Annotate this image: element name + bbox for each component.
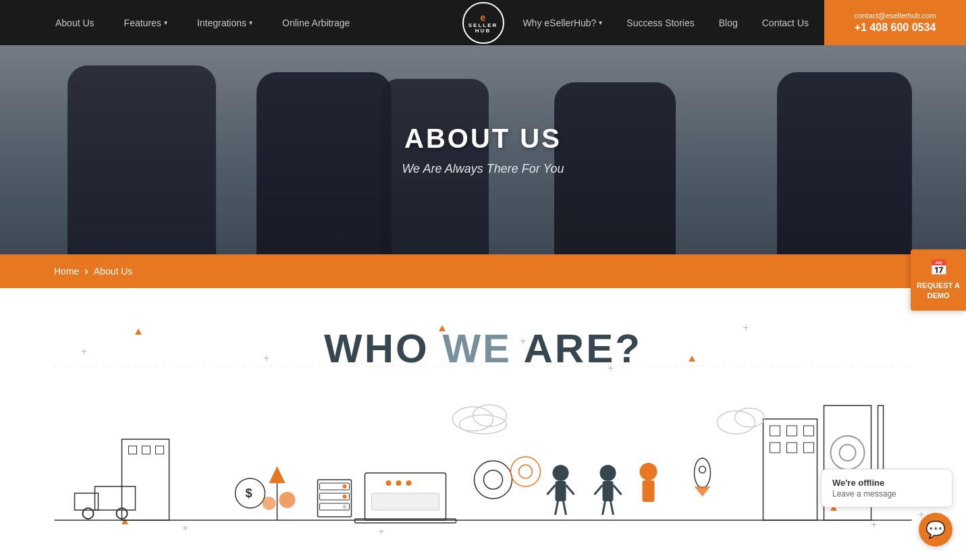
svg-point-33 [475, 461, 512, 499]
svg-rect-11 [878, 405, 884, 473]
svg-line-50 [564, 501, 566, 515]
svg-line-48 [566, 485, 574, 495]
svg-point-36 [519, 465, 533, 478]
svg-text:$: $ [246, 486, 252, 500]
navbar-logo[interactable]: e SELLER HUB [462, 2, 504, 44]
svg-line-54 [614, 485, 622, 495]
request-demo-icon: 📅 [916, 259, 961, 277]
who-we-are-section: WHO WE ARE? [0, 288, 966, 379]
nav-integrations[interactable]: Integrations ▾ [182, 0, 267, 45]
svg-point-64 [343, 495, 347, 499]
svg-point-29 [386, 480, 392, 486]
svg-rect-7 [804, 443, 814, 453]
nav-left: About Us Features ▾ Integrations ▾ Onlin… [41, 0, 365, 45]
integrations-arrow-icon: ▾ [249, 19, 252, 26]
svg-rect-16 [156, 446, 164, 454]
svg-rect-58 [643, 480, 655, 502]
svg-point-34 [484, 470, 503, 489]
nav-features[interactable]: Features ▾ [109, 0, 182, 45]
nav-right: Why eSellerHub? ▾ Success Stories Blog C… [510, 0, 821, 45]
chat-widget: We're offline Leave a message 💬 [821, 469, 952, 547]
svg-rect-14 [129, 446, 137, 454]
nav-about-us[interactable]: About Us [41, 0, 109, 45]
nav-blog[interactable]: Blog [707, 0, 750, 45]
chat-open-button[interactable]: 💬 [919, 513, 952, 547]
request-demo-label: REQUEST A DEMO [916, 281, 961, 302]
nav-success-stories[interactable]: Success Stories [614, 0, 706, 45]
logo-letter: e [481, 12, 486, 23]
svg-point-51 [600, 465, 616, 481]
svg-point-30 [396, 480, 402, 486]
svg-point-63 [343, 484, 347, 488]
svg-point-9 [831, 436, 865, 470]
svg-marker-43 [695, 486, 711, 497]
features-arrow-icon: ▾ [164, 19, 167, 26]
svg-rect-17 [95, 486, 136, 510]
svg-point-57 [640, 463, 658, 480]
svg-point-45 [553, 465, 569, 481]
svg-point-35 [511, 457, 541, 486]
svg-point-25 [279, 492, 296, 508]
who-word3: ARE? [524, 326, 642, 371]
hero-section: ABOUT US We Are Always There For You [0, 45, 966, 254]
svg-rect-59 [318, 480, 352, 517]
svg-rect-2 [770, 426, 780, 436]
svg-rect-3 [787, 426, 797, 436]
chat-leave-message: Leave a message [832, 489, 941, 499]
svg-rect-52 [603, 481, 614, 501]
breadcrumb-separator: › [84, 265, 88, 277]
svg-line-53 [595, 485, 603, 495]
chat-icon: 💬 [925, 520, 946, 539]
who-we-are-title: WHO WE ARE? [324, 326, 642, 371]
svg-rect-46 [556, 481, 566, 501]
svg-rect-1 [763, 419, 817, 520]
contact-email: contact@esellerhub.com [854, 11, 936, 20]
svg-line-56 [611, 501, 614, 515]
svg-line-55 [603, 501, 606, 515]
svg-point-31 [406, 480, 412, 486]
request-demo-button[interactable]: 📅 REQUEST A DEMO [911, 250, 966, 311]
svg-rect-6 [787, 443, 797, 453]
hero-title: ABOUT US [0, 123, 966, 154]
svg-rect-5 [770, 443, 780, 453]
contact-phone: +1 408 600 0534 [855, 22, 936, 34]
svg-point-37 [453, 407, 493, 431]
hero-subtitle: We Are Always There For You [0, 162, 966, 176]
breadcrumb-bar: Home › About Us [0, 254, 966, 288]
logo-hub: HUB [475, 28, 491, 34]
who-we-are-illustration: $ [54, 385, 912, 534]
hero-content: ABOUT US We Are Always There For You [0, 123, 966, 176]
nav-why-esellerhub[interactable]: Why eSellerHub? ▾ [510, 0, 614, 45]
svg-rect-32 [372, 493, 439, 510]
svg-point-10 [840, 445, 856, 461]
svg-line-47 [547, 485, 556, 495]
navbar: About Us Features ▾ Integrations ▾ Onlin… [0, 0, 966, 45]
why-arrow-icon: ▾ [599, 19, 602, 26]
chat-offline-status: We're offline [832, 478, 941, 488]
nav-contact-us[interactable]: Contact Us [750, 0, 821, 45]
breadcrumb-home[interactable]: Home [54, 266, 79, 277]
nav-online-arbitrage[interactable]: Online Arbitrage [267, 0, 365, 45]
chat-bubble: We're offline Leave a message [821, 469, 952, 507]
breadcrumb-current: About Us [94, 266, 133, 277]
who-word2: WE [442, 326, 512, 371]
svg-rect-15 [142, 446, 151, 454]
who-word1: WHO [324, 326, 429, 371]
contact-bar: contact@esellerhub.com +1 408 600 0534 [824, 0, 966, 45]
svg-rect-4 [804, 426, 814, 436]
svg-point-41 [735, 408, 765, 427]
svg-rect-28 [355, 519, 456, 523]
svg-marker-24 [269, 466, 286, 483]
svg-point-65 [343, 505, 347, 509]
svg-line-49 [556, 501, 558, 515]
svg-point-26 [263, 497, 276, 510]
svg-point-44 [699, 466, 706, 473]
